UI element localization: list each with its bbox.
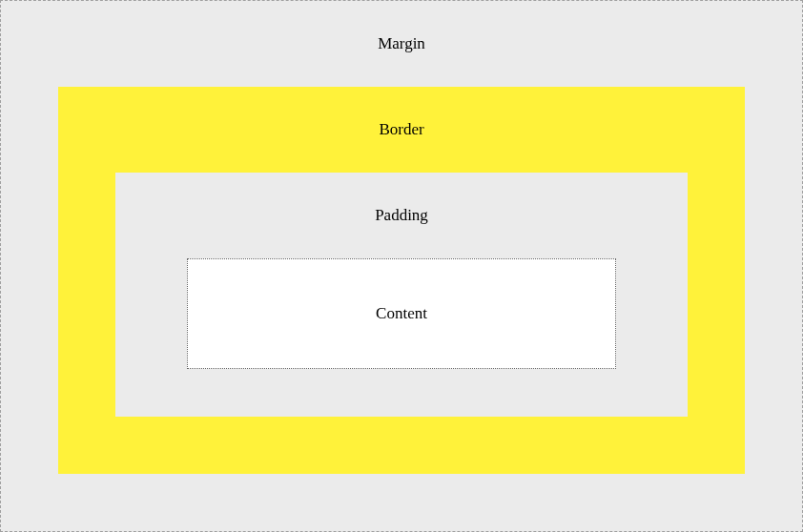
box-model-content: Content: [187, 258, 616, 369]
padding-label: Padding: [115, 173, 688, 258]
content-label: Content: [188, 304, 615, 323]
box-model-margin: Margin Border Padding Content: [0, 0, 803, 532]
box-model-border: Border Padding Content: [58, 87, 745, 474]
margin-label: Margin: [1, 1, 802, 87]
box-model-padding: Padding Content: [115, 173, 688, 417]
border-label: Border: [58, 87, 745, 173]
